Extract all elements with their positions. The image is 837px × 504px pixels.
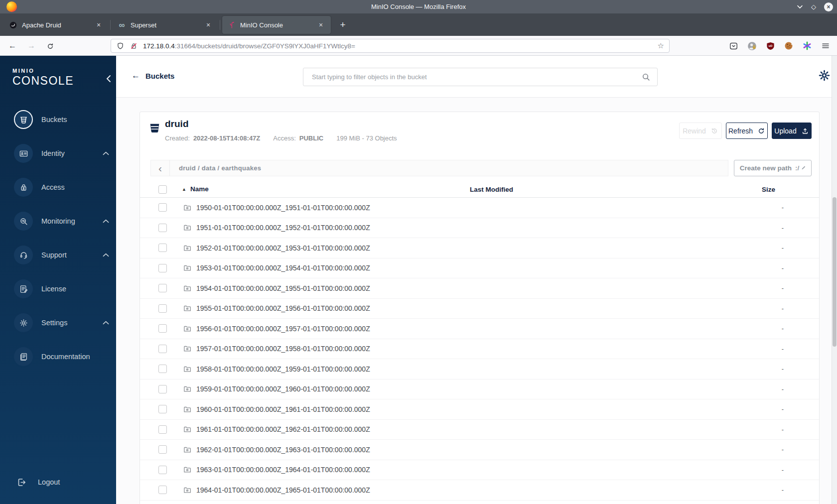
url-bar[interactable]: 172.18.0.4:31664/buckets/druid/browse/ZG… [111,39,670,53]
chevron-up-icon[interactable] [103,321,109,325]
object-name[interactable]: 1955-01-01T00:00:00.000Z_1956-01-01T00:0… [196,304,370,312]
table-row[interactable]: 1962-01-01T00:00:00.000Z_1963-01-01T00:0… [140,440,819,460]
row-checkbox[interactable] [158,284,167,292]
new-tab-button[interactable]: + [336,18,350,32]
row-checkbox[interactable] [158,425,167,434]
object-name[interactable]: 1957-01-01T00:00:00.000Z_1958-01-01T00:0… [196,345,370,353]
browser-back-icon[interactable]: ← [6,39,19,52]
table-row[interactable]: 1951-01-01T00:00:00.000Z_1952-01-01T00:0… [140,218,819,239]
object-size: - [773,264,793,272]
browser-forward-icon[interactable]: → [25,39,38,52]
tab-close-icon[interactable]: × [316,20,326,30]
row-checkbox[interactable] [158,203,167,212]
table-row[interactable]: 1950-01-01T00:00:00.000Z_1951-01-01T00:0… [140,198,819,218]
name-header-label: Name [190,185,209,193]
sidebar-item-documentation[interactable]: Documentation [0,343,116,371]
tab-close-icon[interactable]: × [203,20,213,30]
settings-gear-icon[interactable] [818,69,831,84]
breadcrumb-path[interactable]: druid / data / earthquakes [179,164,261,172]
table-row[interactable]: 1954-01-01T00:00:00.000Z_1955-01-01T00:0… [140,278,819,299]
object-name[interactable]: 1964-01-01T00:00:00.000Z_1965-01-01T00:0… [196,486,370,494]
row-checkbox[interactable] [158,264,167,272]
back-to-buckets-link[interactable]: ← Buckets [132,71,174,81]
bookmark-star-icon[interactable]: ☆ [658,41,664,50]
chevron-up-icon[interactable] [103,253,109,257]
object-name[interactable]: 1951-01-01T00:00:00.000Z_1952-01-01T00:0… [196,224,370,232]
url-text[interactable]: 172.18.0.4:31664/buckets/druid/browse/ZG… [143,42,355,50]
sidebar-item-license[interactable]: License [0,275,116,303]
cookie-extension-icon[interactable] [783,40,794,51]
table-row[interactable]: 1958-01-01T00:00:00.000Z_1959-01-01T00:0… [140,359,819,379]
sidebar-item-logout[interactable]: Logout [0,471,116,493]
tab-close-icon[interactable]: × [94,20,104,30]
table-row[interactable]: 1952-01-01T00:00:00.000Z_1953-01-01T00:0… [140,238,819,258]
shield-icon[interactable] [116,42,125,50]
object-name[interactable]: 1960-01-01T00:00:00.000Z_1961-01-01T00:0… [196,405,370,413]
scrollbar-thumb[interactable] [833,197,837,347]
sidebar-item-support[interactable]: Support [0,241,116,269]
ublock-icon[interactable]: uO [765,40,776,51]
tab-superset[interactable]: ∞ Superset × [113,16,218,34]
row-checkbox[interactable] [158,466,167,474]
breadcrumb-back-icon[interactable]: ‹ [151,160,170,176]
refresh-button[interactable]: Refresh [726,123,768,139]
table-row[interactable]: 1959-01-01T00:00:00.000Z_1960-01-01T00:0… [140,379,819,400]
table-row[interactable]: 1956-01-01T00:00:00.000Z_1957-01-01T00:0… [140,319,819,339]
table-row[interactable]: 1953-01-01T00:00:00.000Z_1954-01-01T00:0… [140,258,819,279]
folder-icon [183,203,192,212]
sidebar-collapse-icon[interactable] [106,75,112,85]
window-maximize-icon[interactable]: ◇ [811,3,816,10]
chevron-up-icon[interactable] [103,151,109,155]
window-minimize-icon[interactable] [797,5,803,9]
object-name[interactable]: 1962-01-01T00:00:00.000Z_1963-01-01T00:0… [196,446,370,454]
insecure-lock-icon[interactable] [130,42,138,50]
row-checkbox[interactable] [158,304,167,313]
row-checkbox[interactable] [158,385,167,393]
row-checkbox[interactable] [158,244,167,252]
object-name[interactable]: 1953-01-01T00:00:00.000Z_1954-01-01T00:0… [196,264,370,272]
create-new-path-button[interactable]: Create new path :/ [734,160,812,176]
table-row[interactable]: 1963-01-01T00:00:00.000Z_1964-01-01T00:0… [140,460,819,481]
row-checkbox[interactable] [158,445,167,454]
object-name[interactable]: 1954-01-01T00:00:00.000Z_1955-01-01T00:0… [196,284,370,292]
object-name[interactable]: 1959-01-01T00:00:00.000Z_1960-01-01T00:0… [196,385,370,393]
table-row[interactable]: 1961-01-01T00:00:00.000Z_1962-01-01T00:0… [140,420,819,440]
object-name[interactable]: 1961-01-01T00:00:00.000Z_1962-01-01T00:0… [196,425,370,433]
account-extension-icon[interactable] [746,40,757,51]
table-row[interactable]: 1964-01-01T00:00:00.000Z_1965-01-01T00:0… [140,480,819,501]
object-name[interactable]: 1956-01-01T00:00:00.000Z_1957-01-01T00:0… [196,325,370,333]
browser-reload-icon[interactable] [44,39,57,52]
sidebar-item-buckets[interactable]: Buckets [0,106,116,133]
select-all-checkbox[interactable] [158,185,167,194]
row-checkbox[interactable] [158,486,167,494]
rewind-button[interactable]: Rewind [679,123,722,139]
object-size: - [773,305,793,312]
window-close-icon[interactable]: × [824,2,833,11]
table-row[interactable]: 1960-01-01T00:00:00.000Z_1961-01-01T00:0… [140,399,819,420]
object-name[interactable]: 1963-01-01T00:00:00.000Z_1964-01-01T00:0… [196,466,370,474]
menu-icon[interactable] [820,40,831,51]
pocket-icon[interactable] [728,40,739,51]
row-checkbox[interactable] [158,345,167,353]
row-checkbox[interactable] [158,324,167,333]
name-column-header[interactable]: ▲ Name [182,185,209,193]
sidebar-item-identity[interactable]: Identity [0,139,116,167]
page-scrollbar[interactable] [832,56,837,504]
object-name[interactable]: 1958-01-01T00:00:00.000Z_1959-01-01T00:0… [196,365,370,373]
sidebar-item-monitoring[interactable]: Monitoring [0,207,116,235]
row-checkbox[interactable] [158,365,167,373]
upload-button[interactable]: Upload [772,123,812,139]
row-checkbox[interactable] [158,405,167,413]
tab-apache-druid[interactable]: Apache Druid × [4,16,109,34]
tab-minio-console[interactable]: MinIO Console × [222,16,331,34]
row-checkbox[interactable] [158,224,167,232]
table-row[interactable]: 1955-01-01T00:00:00.000Z_1956-01-01T00:0… [140,299,819,319]
object-name[interactable]: 1952-01-01T00:00:00.000Z_1953-01-01T00:0… [196,244,370,252]
asterisk-extension-icon[interactable] [802,40,813,51]
chevron-up-icon[interactable] [103,219,109,223]
table-row[interactable]: 1957-01-01T00:00:00.000Z_1958-01-01T00:0… [140,339,819,360]
sidebar-item-settings[interactable]: Settings [0,309,116,337]
object-name[interactable]: 1950-01-01T00:00:00.000Z_1951-01-01T00:0… [196,204,370,212]
search-input[interactable] [303,68,658,86]
sidebar-item-access[interactable]: Access [0,173,116,201]
